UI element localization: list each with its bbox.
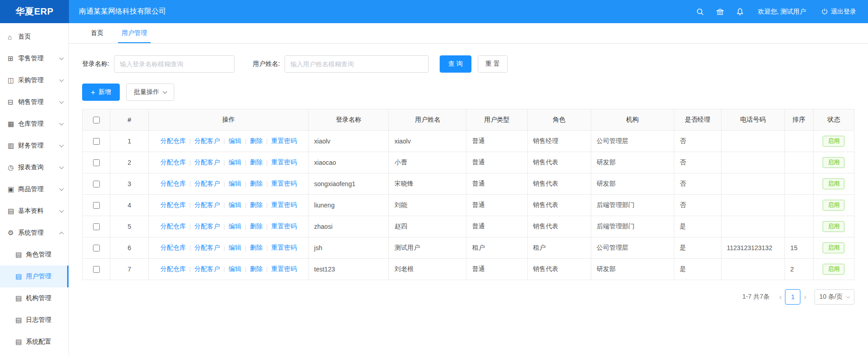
assign-warehouse-link[interactable]: 分配仓库: [160, 201, 186, 208]
tab-user-management[interactable]: 用户管理: [113, 23, 156, 43]
row-select-cell: [83, 131, 110, 152]
purchase-icon: ◫: [8, 76, 18, 84]
edit-link[interactable]: 编辑: [229, 201, 241, 208]
reset-button[interactable]: 重 置: [478, 55, 508, 73]
search-button[interactable]: 查 询: [440, 55, 471, 73]
cell-type: 普通: [466, 195, 527, 216]
cell-status: 启用: [813, 216, 854, 237]
search-icon[interactable]: [696, 8, 704, 16]
reset-password-link[interactable]: 重置密码: [271, 201, 297, 208]
edit-link[interactable]: 编辑: [229, 265, 241, 272]
reset-password-link[interactable]: 重置密码: [271, 158, 297, 166]
assign-warehouse-link[interactable]: 分配仓库: [160, 244, 186, 251]
reset-password-link[interactable]: 重置密码: [271, 265, 297, 272]
logout-button[interactable]: 退出登录: [821, 8, 856, 16]
cell-org: 研发部: [591, 259, 674, 280]
chevron-down-icon: [59, 208, 64, 213]
sidebar-item-home[interactable]: ⌂首页: [0, 26, 69, 48]
chevron-down-icon: [846, 295, 850, 298]
sidebar-item-role-management[interactable]: ▤角色管理: [0, 244, 69, 266]
edit-link[interactable]: 编辑: [229, 180, 241, 187]
row-actions: 分配仓库|分配客户|编辑|删除|重置密码: [149, 173, 309, 195]
edit-link[interactable]: 编辑: [229, 222, 241, 230]
sidebar-item-user-management[interactable]: ▤用户管理: [0, 266, 69, 287]
sidebar-item-report[interactable]: ◷报表查询: [0, 157, 69, 178]
sidebar-item-org-management[interactable]: ▤机构管理: [0, 287, 69, 309]
bank-icon[interactable]: [716, 8, 724, 16]
table-row: 7分配仓库|分配客户|编辑|删除|重置密码test123刘老根普通销售代表研发部…: [83, 259, 854, 280]
row-checkbox[interactable]: [93, 138, 100, 145]
delete-link[interactable]: 删除: [250, 137, 263, 144]
sidebar-item-label: 系统管理: [18, 229, 44, 237]
sidebar-item-system-config[interactable]: ▤系统配置: [0, 331, 69, 353]
row-checkbox[interactable]: [93, 266, 100, 273]
assign-customer-link[interactable]: 分配客户: [195, 180, 220, 187]
add-button[interactable]: + 新增: [82, 84, 120, 101]
edit-link[interactable]: 编辑: [229, 158, 241, 166]
prev-page-button[interactable]: ‹: [779, 292, 782, 302]
assign-customer-link[interactable]: 分配客户: [195, 158, 220, 166]
row-checkbox[interactable]: [93, 245, 100, 251]
assign-customer-link[interactable]: 分配客户: [195, 201, 220, 208]
op-separator: |: [224, 138, 225, 144]
op-separator: |: [245, 266, 246, 272]
cell-sort: [785, 195, 813, 216]
delete-link[interactable]: 删除: [250, 180, 263, 187]
user-name-input[interactable]: [284, 55, 429, 73]
sidebar-item-warehouse[interactable]: ▦仓库管理: [0, 113, 69, 135]
user-name-label: 用户姓名:: [253, 60, 280, 68]
bell-icon[interactable]: [736, 8, 744, 16]
assign-warehouse-link[interactable]: 分配仓库: [160, 222, 186, 230]
row-checkbox[interactable]: [93, 159, 100, 166]
edit-link[interactable]: 编辑: [229, 244, 241, 251]
assign-customer-link[interactable]: 分配客户: [195, 244, 220, 251]
header-right: 欢迎您, 测试用户 退出登录: [684, 8, 868, 16]
assign-warehouse-link[interactable]: 分配仓库: [160, 180, 186, 187]
top-header: 华夏ERP 南通某某网络科技有限公司 欢迎您, 测试用户 退出登录: [0, 0, 868, 23]
assign-warehouse-link[interactable]: 分配仓库: [160, 137, 186, 144]
batch-actions-button[interactable]: 批量操作: [126, 84, 174, 101]
next-page-button[interactable]: ›: [804, 292, 806, 302]
row-actions: 分配仓库|分配客户|编辑|删除|重置密码: [149, 259, 309, 280]
cell-role: 销售代表: [527, 216, 591, 237]
sidebar-item-retail[interactable]: ⊞零售管理: [0, 48, 69, 69]
assign-customer-link[interactable]: 分配客户: [195, 222, 220, 230]
select-all-checkbox[interactable]: [93, 117, 100, 123]
assign-warehouse-link[interactable]: 分配仓库: [160, 265, 186, 272]
sidebar-item-sale[interactable]: ⊟销售管理: [0, 91, 69, 113]
page-size-select[interactable]: 10 条/页: [814, 289, 854, 305]
cell-manager: 是: [674, 259, 721, 280]
row-checkbox[interactable]: [93, 202, 100, 209]
sidebar-item-purchase[interactable]: ◫采购管理: [0, 69, 69, 91]
reset-password-link[interactable]: 重置密码: [271, 222, 297, 230]
sidebar-item-finance[interactable]: ▥财务管理: [0, 135, 69, 157]
delete-link[interactable]: 删除: [250, 222, 263, 230]
doc-icon: ▤: [15, 338, 26, 346]
assign-warehouse-link[interactable]: 分配仓库: [160, 158, 186, 166]
row-checkbox[interactable]: [93, 223, 100, 230]
edit-link[interactable]: 编辑: [229, 137, 241, 144]
assign-customer-link[interactable]: 分配客户: [195, 265, 220, 272]
cell-sort: [785, 173, 813, 195]
home-icon: ⌂: [8, 33, 18, 41]
doc-icon: ▤: [15, 272, 26, 281]
delete-link[interactable]: 删除: [250, 158, 263, 166]
sidebar-item-log-management[interactable]: ▤日志管理: [0, 309, 69, 331]
reset-password-link[interactable]: 重置密码: [271, 180, 297, 187]
status-badge: 启用: [823, 221, 844, 232]
login-name-input[interactable]: [114, 55, 235, 73]
sidebar-item-basic[interactable]: ▤基本资料: [0, 200, 69, 222]
cell-name: 刘能: [389, 195, 466, 216]
reset-password-link[interactable]: 重置密码: [271, 137, 297, 144]
assign-customer-link[interactable]: 分配客户: [195, 137, 220, 144]
sidebar-item-goods[interactable]: ▣商品管理: [0, 178, 69, 200]
sidebar-item-system[interactable]: ⚙系统管理: [0, 222, 69, 244]
current-page-button[interactable]: 1: [785, 289, 800, 305]
delete-link[interactable]: 删除: [250, 244, 263, 251]
app-logo[interactable]: 华夏ERP: [0, 0, 69, 23]
tab-home[interactable]: 首页: [82, 23, 113, 43]
row-checkbox[interactable]: [93, 181, 100, 187]
delete-link[interactable]: 删除: [250, 265, 263, 272]
reset-password-link[interactable]: 重置密码: [271, 244, 297, 251]
delete-link[interactable]: 删除: [250, 201, 263, 208]
